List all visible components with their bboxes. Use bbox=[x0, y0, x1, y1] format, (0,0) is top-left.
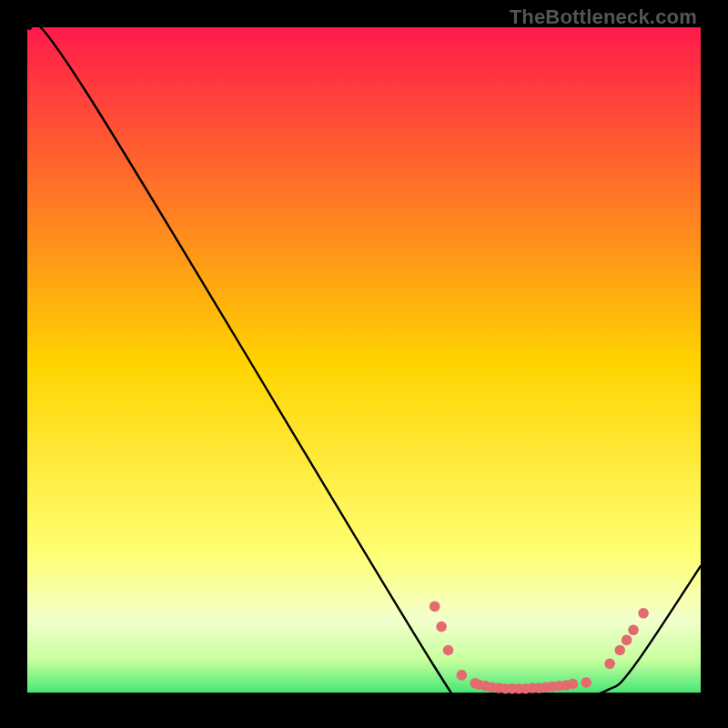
bottleneck-chart bbox=[27, 27, 701, 701]
watermark-text: TheBottleneck.com bbox=[510, 5, 697, 29]
data-dot bbox=[614, 645, 625, 656]
data-dot bbox=[638, 608, 649, 619]
data-dot bbox=[581, 677, 592, 688]
data-dot bbox=[457, 670, 468, 681]
data-dot bbox=[604, 659, 615, 670]
chart-frame bbox=[27, 27, 701, 701]
data-dot bbox=[436, 622, 447, 632]
data-dot bbox=[430, 602, 440, 612]
data-dot bbox=[628, 625, 639, 636]
data-dot bbox=[443, 645, 454, 656]
gradient-background bbox=[27, 27, 701, 701]
data-dot bbox=[568, 679, 579, 690]
data-dot bbox=[622, 635, 632, 646]
